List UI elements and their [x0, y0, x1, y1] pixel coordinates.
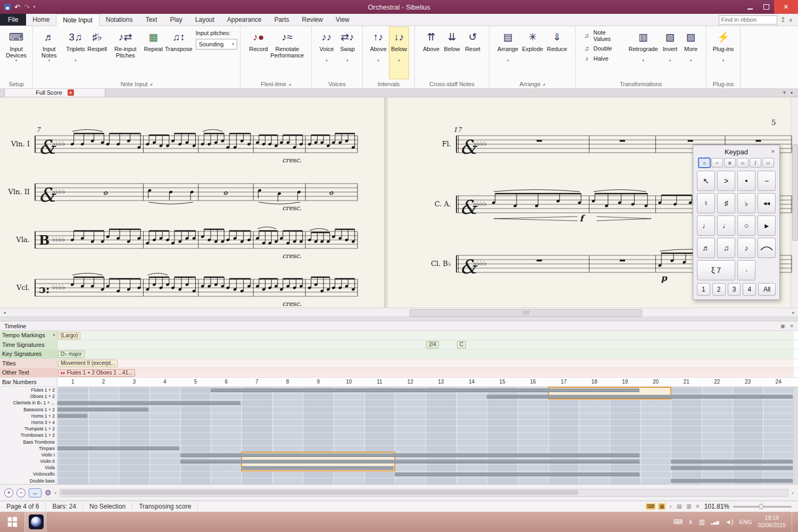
re-input-pitches-button[interactable]: ♪⇄Re-input Pitches — [109, 27, 143, 79]
keypad-quarter-note-button[interactable]: ♩ — [697, 215, 715, 236]
invert-button[interactable]: ▧Invert▾ — [660, 27, 680, 79]
timeline-segment[interactable] — [180, 453, 639, 457]
document-tab-full-score[interactable]: Full Score ✕ — [4, 88, 105, 97]
quick-access-dropdown-icon[interactable]: ▾ — [34, 5, 36, 9]
timeline-segment[interactable] — [395, 472, 639, 476]
timeline-chip[interactable]: ▮▮Flutes 1 + 2 Oboes 1 ...41... — [58, 369, 135, 377]
language-indicator[interactable]: ENG — [739, 519, 752, 525]
dialog-launcher-icon[interactable]: ◢ — [543, 82, 545, 86]
close-tab-icon[interactable]: ✕ — [68, 89, 74, 96]
keypad-flat-button[interactable]: ♭ — [737, 193, 755, 213]
keypad-tab-more-notes[interactable]: − — [711, 158, 723, 168]
keypad-tab-common-notes[interactable]: ○ — [699, 158, 710, 168]
minimize-button[interactable] — [742, 0, 758, 14]
zoom-out-button[interactable]: − — [16, 488, 26, 497]
keypad-tenuto-button[interactable]: − — [758, 171, 776, 191]
tab-view[interactable]: View — [329, 14, 356, 26]
respell-button[interactable]: ♯♭Respell — [87, 27, 108, 79]
input-pitches-select[interactable]: Sounding▾ — [196, 39, 237, 49]
tab-text[interactable]: Text — [139, 14, 163, 26]
horizontal-scrollbar[interactable]: ◄ ► — [0, 307, 798, 317]
keypad-all-button[interactable]: All — [758, 283, 776, 296]
keypad-half-note-button[interactable]: ♩ — [717, 215, 735, 236]
tab-parts[interactable]: Parts — [268, 14, 296, 26]
timeline-chip[interactable]: C — [457, 341, 466, 348]
new-tab-icon[interactable]: + — [783, 89, 786, 96]
timeline-segment[interactable] — [57, 414, 87, 418]
close-icon[interactable]: ✕ — [769, 148, 777, 155]
splitter-handle[interactable] — [0, 317, 798, 321]
timeline-chip[interactable]: 2/4 — [426, 341, 439, 348]
close-icon[interactable]: ✕ — [789, 323, 794, 329]
redo-icon[interactable]: ↷ — [24, 4, 30, 11]
explode-button[interactable]: ✳Explode — [520, 27, 545, 79]
close-button[interactable]: ✕ — [774, 0, 798, 14]
keypad-natural-button[interactable]: ♮ — [697, 193, 715, 213]
tab-appearance[interactable]: Appearance — [221, 14, 268, 26]
keypad-panel[interactable]: Keypad ✕ ○−≡∩/♭♭ ↖>•−♮♯♭◀◀♩♩○▶♬♫♪ξ 7· 12… — [693, 145, 780, 300]
keypad-cursor-button[interactable]: ↖ — [697, 171, 715, 191]
tab-file[interactable]: File — [0, 14, 26, 26]
timeline-segment[interactable] — [57, 401, 240, 405]
double-button[interactable]: ♫Double — [583, 45, 624, 52]
more-button[interactable]: ▨More▾ — [681, 27, 701, 79]
chevron-down-icon[interactable]: ▾ — [53, 333, 55, 337]
show-hidden-icons[interactable]: ∧ — [688, 519, 693, 525]
undo-icon[interactable]: ↶ — [14, 4, 20, 11]
keypad-rhythm-dot-button[interactable]: · — [737, 260, 755, 280]
timeline-segment[interactable] — [671, 460, 793, 463]
timeline-segment[interactable] — [487, 395, 793, 398]
zoom-slider[interactable] — [733, 506, 792, 508]
note-values-button[interactable]: ♫Note Values — [583, 29, 624, 42]
record-button[interactable]: ♪●Record — [247, 27, 269, 79]
halve-button[interactable]: ♪Halve — [583, 55, 624, 62]
voice-button[interactable]: ♪♪Voice▾ — [317, 27, 337, 79]
dock-panel-icon[interactable]: ▣ — [780, 323, 785, 329]
cross-staff-below-button[interactable]: ⇊Below — [442, 27, 462, 79]
keypad-whole-note-button[interactable]: ○ — [737, 215, 755, 236]
display-icon[interactable]: ▥ — [699, 519, 705, 525]
clock[interactable]: 18:19 02/06/2015 — [758, 514, 786, 529]
timeline-grid[interactable] — [57, 387, 794, 484]
keypad-staccato-button[interactable]: • — [737, 171, 755, 191]
keypad-sixteenth-note-button[interactable]: ♬ — [697, 238, 715, 258]
timeline-segment[interactable] — [671, 466, 793, 470]
mixer-toggle[interactable]: ▤ — [676, 503, 683, 510]
restore-button[interactable] — [758, 0, 774, 14]
dialog-launcher-icon[interactable]: ◢ — [150, 82, 153, 86]
show-desktop-button[interactable] — [792, 512, 796, 532]
tab-notations[interactable]: Notations — [99, 14, 139, 26]
reduce-button[interactable]: ⇓Reduce — [545, 27, 569, 79]
keypad-tab-beams[interactable]: ≡ — [724, 158, 736, 168]
network-icon[interactable]: ▂▄▆ — [711, 520, 719, 524]
triplets-button[interactable]: 3♫Triplets▾ — [65, 27, 86, 79]
keypad-sharp-button[interactable]: ♯ — [717, 193, 735, 213]
keypad-rest-button[interactable]: ξ 7 — [697, 260, 735, 280]
score-area[interactable]: 7 17 5 Keypad ✕ ○−≡∩/♭♭ ↖>•−♮♯♭◀◀♩♩○▶♬♫♪… — [0, 97, 798, 307]
repeat-button[interactable]: ▦Repeat — [143, 27, 164, 79]
staff-system-vla[interactable]: Vla.B♭♭♭♭cresc. — [0, 220, 384, 271]
tab-home[interactable]: Home — [26, 14, 56, 26]
keypad-toggle[interactable]: ⌨ — [646, 503, 655, 510]
timeline-segment[interactable] — [57, 408, 148, 411]
staff-system-vln-i[interactable]: Vln. I&♭♭♭♭cresc. — [0, 124, 384, 175]
scroll-right-icon[interactable]: › — [792, 489, 794, 496]
status-transposing-score[interactable]: Transposing score — [132, 503, 198, 510]
keypad-tab-accidentals[interactable]: ♭♭ — [762, 158, 774, 168]
keypad-tab-articulations[interactable]: ∩ — [737, 158, 749, 168]
staff-system-vln-ii[interactable]: Vln. II&♭♭♭♭cresc. — [0, 172, 384, 223]
start-button[interactable] — [0, 512, 24, 532]
playback-toggle[interactable]: ♪ — [668, 503, 673, 510]
export-icon[interactable]: ↥ — [780, 16, 786, 23]
timeline-settings-gear-icon[interactable]: ⚙ — [45, 488, 52, 497]
touch-keyboard-icon[interactable]: ⌨ — [674, 519, 683, 525]
input-devices-button[interactable]: ⌨Input Devices▾ — [1, 27, 32, 79]
interval-below-button[interactable]: ↓♪Below▾ — [389, 27, 409, 79]
cross-staff-above-button[interactable]: ⇈Above — [421, 27, 442, 79]
timeline-segment[interactable] — [180, 460, 639, 463]
scroll-left-icon[interactable]: ◄ — [0, 308, 9, 317]
zoom-in-button[interactable]: + — [4, 488, 13, 497]
timeline-segment[interactable] — [242, 466, 394, 470]
input-notes-button[interactable]: ♬Input Notes▾ — [34, 27, 64, 79]
ideas-toggle[interactable]: ▥ — [685, 503, 692, 510]
